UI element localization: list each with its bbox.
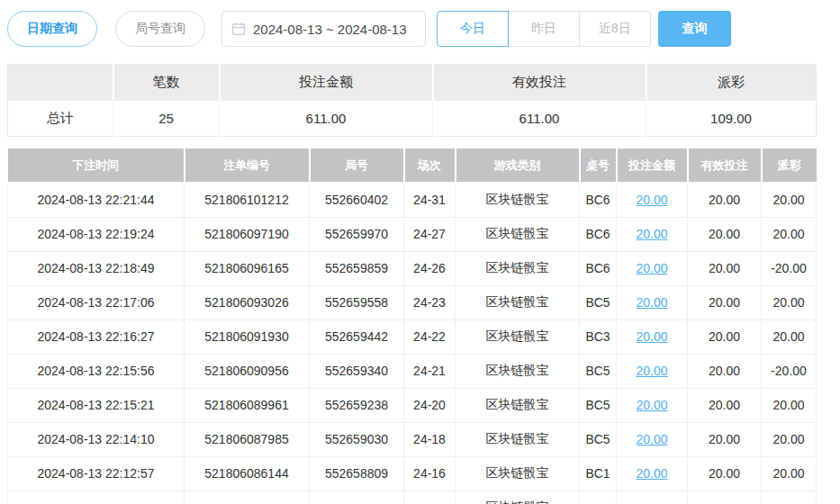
- cell-payout: 20.00: [762, 422, 817, 456]
- summary-header-row: 笔数投注金额有效投注派彩: [8, 65, 817, 101]
- summary-header-corner: [8, 65, 113, 101]
- cell-bet-time: 2024-08-13 22:16:27: [8, 320, 185, 354]
- cell-order-id: 521806101212: [185, 183, 310, 217]
- bet-amount-link[interactable]: 20.00: [636, 398, 667, 412]
- cell-valid-bet: 20.00: [688, 320, 762, 354]
- table-row-partial: 区块链骰宝: [8, 490, 817, 504]
- calendar-icon: [231, 22, 246, 36]
- cell-payout: 20.00: [762, 217, 817, 251]
- cell-table-id: BC3: [580, 320, 617, 354]
- quick-range-昨日[interactable]: 昨日: [508, 11, 580, 47]
- cell-game-type: 区块链骰宝: [456, 354, 580, 388]
- summary-header-bet-amount: 投注金额: [220, 65, 433, 101]
- bet-amount-link[interactable]: 20.00: [636, 329, 667, 344]
- summary-table: 笔数投注金额有效投注派彩 总计 25 611.00 611.00 109.00: [7, 64, 817, 137]
- cell-session: 24-26: [404, 251, 456, 285]
- date-range-value: 2024-08-13 ~ 2024-08-13: [253, 22, 407, 37]
- summary-header-payout: 派彩: [646, 65, 817, 101]
- search-button[interactable]: 查询: [658, 11, 731, 47]
- cell-bet-time: 2024-08-13 22:14:10: [8, 422, 185, 456]
- records-header-row: 下注时间注单编号局号场次游戏类别桌号投注金额有效投注派彩: [8, 148, 817, 183]
- table-row: 2024-08-13 22:16:27521806091930552659442…: [8, 320, 817, 354]
- summary-valid-bet: 611.00: [433, 101, 646, 137]
- date-range-input[interactable]: 2024-08-13 ~ 2024-08-13: [221, 11, 426, 47]
- cell-bet-time: 2024-08-13 22:21:44: [8, 183, 185, 217]
- cell-payout: 20.00: [762, 183, 817, 217]
- cell-table-id: BC5: [580, 285, 617, 320]
- cell-bet-amount: [617, 490, 688, 504]
- column-header-session: 场次: [404, 148, 456, 183]
- table-row: 2024-08-13 22:15:21521806089961552659238…: [8, 388, 817, 422]
- cell-valid-bet: 20.00: [688, 285, 762, 320]
- betting-records-page: 日期查询 局号查询 2024-08-13 ~ 2024-08-13 今日昨日近8…: [0, 11, 840, 504]
- summary-payout: 109.00: [646, 101, 817, 137]
- cell-bet-time: 2024-08-13 22:17:06: [8, 285, 185, 320]
- quick-range-group: 今日昨日近8日: [437, 11, 651, 47]
- cell-payout: 20.00: [762, 388, 817, 422]
- cell-table-id: BC6: [580, 251, 617, 285]
- cell-bet-amount: 20.00: [617, 217, 688, 251]
- cell-valid-bet: 20.00: [688, 456, 762, 490]
- table-row: 2024-08-13 22:12:57521806086144552658809…: [8, 456, 817, 490]
- bet-amount-link[interactable]: 20.00: [636, 466, 667, 481]
- cell-table-id: BC6: [580, 217, 617, 251]
- bet-amount-link[interactable]: 20.00: [636, 261, 667, 275]
- quick-range-近8日[interactable]: 近8日: [579, 11, 651, 47]
- cell-game-type: 区块链骰宝: [456, 251, 580, 285]
- cell-session: 24-22: [404, 320, 456, 354]
- cell-order-id: 521806087985: [185, 422, 310, 456]
- cell-bet-amount: 20.00: [617, 251, 688, 285]
- cell-session: 24-18: [404, 422, 456, 456]
- cell-round-id: 552659859: [310, 251, 404, 285]
- cell-bet-amount: 20.00: [617, 354, 688, 388]
- summary-bet-amount: 611.00: [220, 101, 433, 137]
- cell-game-type: 区块链骰宝: [456, 388, 580, 422]
- cell-session: 24-21: [404, 354, 456, 388]
- column-header-bet-amount: 投注金额: [617, 148, 688, 183]
- round-query-tab[interactable]: 局号查询: [115, 11, 205, 47]
- column-header-order-id: 注单编号: [185, 148, 310, 183]
- bet-amount-link[interactable]: 20.00: [636, 295, 667, 310]
- cell-bet-time: 2024-08-13 22:18:49: [8, 251, 185, 285]
- cell-round-id: 552658809: [310, 456, 404, 490]
- cell-session: 24-23: [404, 285, 456, 320]
- cell-round-id: 552659970: [310, 217, 404, 251]
- cell-round-id: 552659442: [310, 320, 404, 354]
- cell-table-id: BC6: [580, 183, 617, 217]
- quick-range-今日[interactable]: 今日: [437, 11, 509, 47]
- cell-game-type: 区块链骰宝: [456, 320, 580, 354]
- cell-valid-bet: [688, 490, 762, 504]
- cell-order-id: 521806093026: [185, 285, 310, 320]
- column-header-round-id: 局号: [310, 148, 404, 183]
- cell-order-id: [185, 490, 310, 504]
- column-header-valid-bet: 有效投注: [688, 148, 762, 183]
- bet-amount-link[interactable]: 20.00: [636, 364, 667, 378]
- bet-amount-link[interactable]: 20.00: [636, 432, 667, 446]
- date-query-tab[interactable]: 日期查询: [7, 11, 97, 47]
- cell-session: 24-20: [404, 388, 456, 422]
- cell-bet-time: 2024-08-13 22:15:56: [8, 354, 185, 388]
- table-row: 2024-08-13 22:17:06521806093026552659558…: [8, 285, 817, 320]
- cell-bet-time: [8, 490, 185, 504]
- cell-round-id: 552660402: [310, 183, 404, 217]
- bet-amount-link[interactable]: 20.00: [636, 193, 667, 207]
- table-row: 2024-08-13 22:15:56521806090956552659340…: [8, 354, 817, 388]
- cell-table-id: BC5: [580, 388, 617, 422]
- bet-amount-link[interactable]: 20.00: [636, 227, 667, 241]
- cell-session: 24-16: [404, 456, 456, 490]
- cell-round-id: [310, 490, 404, 504]
- cell-game-type: 区块链骰宝: [456, 456, 580, 490]
- cell-payout: 20.00: [762, 456, 817, 490]
- query-toolbar: 日期查询 局号查询 2024-08-13 ~ 2024-08-13 今日昨日近8…: [7, 11, 840, 47]
- cell-bet-amount: 20.00: [617, 285, 688, 320]
- cell-bet-amount: 20.00: [617, 422, 688, 456]
- cell-bet-time: 2024-08-13 22:15:21: [8, 388, 185, 422]
- summary-total-row: 总计 25 611.00 611.00 109.00: [8, 101, 817, 137]
- cell-game-type: 区块链骰宝: [456, 490, 580, 504]
- cell-valid-bet: 20.00: [688, 354, 762, 388]
- summary-total-label: 总计: [8, 101, 113, 137]
- cell-valid-bet: 20.00: [688, 217, 762, 251]
- cell-valid-bet: 20.00: [688, 183, 762, 217]
- column-header-table-id: 桌号: [580, 148, 617, 183]
- cell-table-id: BC1: [580, 456, 617, 490]
